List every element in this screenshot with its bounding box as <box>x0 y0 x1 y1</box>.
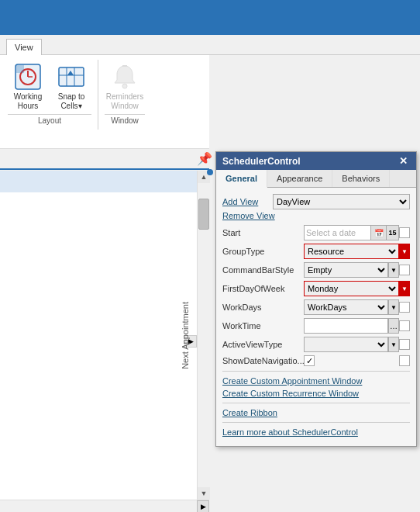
panel-title: SchedulerControl <box>222 156 301 167</box>
create-custom-recurrence-link[interactable]: Create Custom Recurrence Window <box>222 389 410 398</box>
tab-behaviors[interactable]: Behaviors <box>332 170 390 187</box>
group-type-row: GroupType Resource ▼ <box>222 244 410 259</box>
tab-view[interactable]: View <box>6 39 42 55</box>
command-bar-style-row: CommandBarStyle Empty ▼ <box>222 262 410 278</box>
start-checkbox[interactable] <box>399 227 410 238</box>
group-type-label: GroupType <box>222 247 304 256</box>
next-appointment-side: Next Appointment <box>177 171 194 500</box>
scheduler-control-panel: SchedulerControl ✕ General Appearance Be… <box>215 151 417 447</box>
first-day-select[interactable]: Monday <box>304 281 399 296</box>
divider-1 <box>222 371 410 372</box>
working-hours-button[interactable]: Working Hours <box>8 60 48 112</box>
show-date-nav-extra-checkbox[interactable] <box>399 355 410 366</box>
reminders-window-button[interactable]: RemindersWindow <box>105 60 145 112</box>
ribbon-footer <box>0 148 209 170</box>
create-custom-appointment-link[interactable]: Create Custom Appointment Window <box>222 376 410 386</box>
vertical-scrollbar[interactable]: ▲ ▼ <box>197 171 209 500</box>
reminders-window-label: RemindersWindow <box>106 92 143 111</box>
command-bar-checkbox[interactable] <box>399 265 410 275</box>
first-day-row: FirstDayOfWeek Monday ▼ <box>222 281 410 296</box>
scroll-right-btn[interactable]: ▶ <box>197 500 209 513</box>
svg-rect-4 <box>16 65 24 73</box>
work-days-select[interactable]: WorkDays <box>304 299 388 315</box>
active-view-type-row: ActiveViewType ▼ <box>222 337 410 352</box>
command-bar-dropdown-btn[interactable]: ▼ <box>388 262 399 278</box>
show-date-nav-label: ShowDateNavigatio... <box>222 356 304 365</box>
scheduler-area: ▲ ▼ ▶ Next Appointment ▶ <box>0 171 209 512</box>
group-type-select[interactable]: Resource <box>304 244 399 259</box>
calendar-button[interactable]: 📅 <box>370 226 386 240</box>
pin-icon[interactable]: 📌 <box>197 151 212 166</box>
add-view-row: Add View DayView <box>222 194 410 209</box>
add-view-link[interactable]: Add View <box>222 197 273 206</box>
ribbon-group-layout: Working Hours Snap toCells▾ Layout <box>8 60 91 125</box>
command-bar-style-label: CommandBarStyle <box>222 265 304 275</box>
panel-content: Add View DayView Remove View Start Selec… <box>216 188 416 446</box>
show-date-nav-row: ShowDateNavigatio... ✓ <box>222 355 410 366</box>
date-num-btn[interactable]: 15 <box>386 226 398 240</box>
active-view-checkbox[interactable] <box>399 339 410 350</box>
scroll-down-arrow[interactable]: ▼ <box>198 487 210 500</box>
tab-general[interactable]: General <box>216 170 267 188</box>
learn-more-link[interactable]: Learn more about SchedulerControl <box>222 427 410 437</box>
divider-3 <box>222 422 410 423</box>
start-field-row: Start Select a date 📅 15 <box>222 225 410 240</box>
work-time-value[interactable] <box>304 318 388 334</box>
work-days-label: WorkDays <box>222 303 304 312</box>
start-placeholder: Select a date <box>305 228 370 237</box>
group-type-dropdown-btn[interactable]: ▼ <box>399 244 410 259</box>
work-days-row: WorkDays WorkDays ▼ <box>222 299 410 315</box>
snap-to-cells-icon <box>56 61 87 92</box>
tab-appearance[interactable]: Appearance <box>267 170 332 187</box>
expand-dot[interactable] <box>207 169 213 175</box>
group-divider <box>98 60 98 130</box>
working-hours-label: Working Hours <box>9 92 46 111</box>
working-hours-icon <box>12 61 43 92</box>
scroll-track <box>198 183 209 487</box>
reminders-window-icon <box>109 61 140 92</box>
active-view-dropdown-btn[interactable]: ▼ <box>388 337 399 352</box>
panel-close-button[interactable]: ✕ <box>397 155 410 167</box>
horizontal-scrollbar[interactable]: ▶ <box>0 500 209 512</box>
work-time-expand-btn[interactable]: … <box>388 318 399 334</box>
snap-to-cells-label: Snap toCells▾ <box>58 92 84 111</box>
scroll-thumb[interactable] <box>198 199 209 230</box>
panel-tabs: General Appearance Behaviors <box>216 170 416 188</box>
work-time-checkbox[interactable] <box>399 320 410 331</box>
work-days-dropdown-btn[interactable]: ▼ <box>388 299 399 315</box>
create-ribbon-link[interactable]: Create Ribbon <box>222 408 410 417</box>
ribbon-button-area: Working Hours Snap toCells▾ Layout <box>0 55 209 148</box>
work-time-row: WorkTime … <box>222 318 410 334</box>
snap-to-cells-button[interactable]: Snap toCells▾ <box>51 60 91 112</box>
first-day-dropdown-btn[interactable]: ▼ <box>399 281 410 296</box>
work-time-label: WorkTime <box>222 321 304 330</box>
window-group-label: Window <box>105 114 145 125</box>
work-days-checkbox[interactable] <box>399 302 410 313</box>
next-appointment-label: Next Appointment <box>181 302 190 369</box>
svg-point-10 <box>122 84 127 88</box>
svg-rect-5 <box>59 67 84 86</box>
ribbon-tabs: View <box>0 35 420 55</box>
active-view-type-label: ActiveViewType <box>222 340 304 349</box>
first-day-label: FirstDayOfWeek <box>222 284 304 293</box>
ribbon-top-bar <box>0 0 420 35</box>
start-date-input[interactable]: Select a date 📅 15 <box>304 225 399 240</box>
command-bar-style-select[interactable]: Empty <box>304 262 388 278</box>
panel-titlebar: SchedulerControl ✕ <box>216 152 416 170</box>
scheduler-highlight-row <box>0 171 197 192</box>
ribbon-group-window: RemindersWindow Window <box>105 60 145 125</box>
active-view-type-select[interactable] <box>304 337 388 352</box>
add-view-select[interactable]: DayView <box>273 194 410 209</box>
start-label: Start <box>222 228 304 237</box>
layout-group-label: Layout <box>8 114 91 125</box>
remove-view-link[interactable]: Remove View <box>222 211 410 220</box>
show-date-nav-checkbox[interactable]: ✓ <box>304 355 315 366</box>
divider-2 <box>222 403 410 403</box>
